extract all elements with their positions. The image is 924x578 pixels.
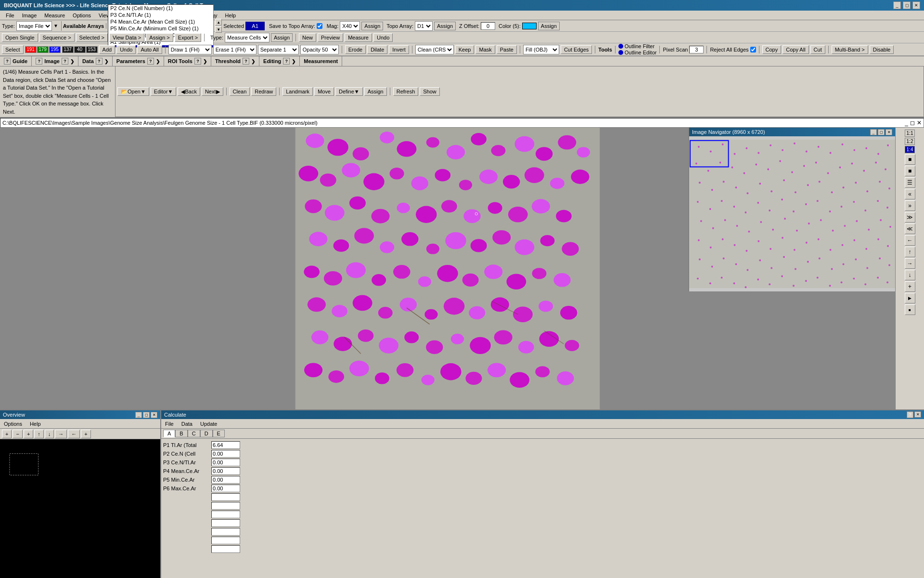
clean-btn[interactable]: Clean (230, 87, 250, 96)
copy-all-btn[interactable]: Copy All (783, 45, 808, 54)
array-item-3[interactable]: P5 Min.Ce.Ar (Minimum Cell Size) (1) (108, 25, 213, 32)
image-question2[interactable]: ? (62, 58, 68, 65)
calc-input-7[interactable] (211, 502, 240, 510)
overview-restore[interactable]: ◻ (143, 412, 150, 418)
paste-button[interactable]: Paste (497, 45, 517, 54)
data-question[interactable]: ? (96, 58, 103, 65)
overview-options[interactable]: Options (2, 421, 24, 427)
undo-button[interactable]: Undo (116, 45, 136, 54)
opacity-select[interactable]: Opacity 50 (300, 45, 339, 54)
erase-select[interactable]: Erase 1 (FH) (213, 45, 257, 54)
nav-square-2[interactable]: ■ (905, 166, 915, 176)
next-btn[interactable]: Next ▶ (202, 87, 223, 96)
type-select[interactable]: Image File (16, 21, 52, 31)
array-item-1[interactable]: P3 Ce.N/Tl.Ar (1) (108, 12, 213, 18)
menu-measure[interactable]: Measure (40, 12, 69, 19)
assign-data-button[interactable]: Assign > (146, 33, 173, 42)
scroll-down[interactable]: ▼ (215, 26, 222, 33)
redraw-btn[interactable]: Redraw (251, 87, 276, 96)
guide-question[interactable]: ? (4, 58, 11, 65)
multi-band-btn[interactable]: Multi-Band > (832, 45, 868, 54)
auto-all-button[interactable]: Auto All (137, 45, 162, 54)
refresh-btn[interactable]: Refresh (393, 87, 419, 96)
nav-up-arrow[interactable]: ↑ (905, 247, 915, 257)
mask-button[interactable]: Mask (475, 45, 495, 54)
scroll-up[interactable]: ▲ (215, 19, 222, 26)
type2-assign-button[interactable]: Assign (271, 33, 293, 42)
menu-image[interactable]: Image (18, 12, 41, 19)
restore-button[interactable]: ◻ (903, 1, 911, 9)
cut-btn[interactable]: Cut (810, 45, 825, 54)
calc-file[interactable]: File (163, 421, 176, 427)
zoom-level-indicator[interactable]: 1:1 (905, 130, 915, 137)
array-item-2[interactable]: P4 Mean.Ce.Ar (Mean Cell Size) (1) (108, 18, 213, 25)
calc-tab-d[interactable]: D (200, 430, 213, 437)
invert-button[interactable]: Invert (389, 45, 409, 54)
nav-left-arrows[interactable]: « (905, 189, 915, 199)
menu-help[interactable]: Help (221, 12, 240, 19)
mag-assign-button[interactable]: Assign (361, 22, 383, 30)
calc-tab-e[interactable]: E (213, 430, 225, 437)
ov-btn-up[interactable]: ↑ (34, 430, 44, 438)
clean-select[interactable]: Clean (CRS) (415, 45, 454, 54)
menu-options[interactable]: Options (69, 12, 95, 19)
ov-btn-expand[interactable]: + (81, 430, 90, 438)
zoom-1-2[interactable]: 1:2 (905, 138, 915, 145)
path-restore[interactable]: ◻ (910, 119, 915, 126)
undo-editing-button[interactable]: Undo (373, 33, 393, 42)
nav-lines[interactable]: ☰ (905, 177, 915, 188)
overview-close[interactable]: ✕ (151, 412, 157, 418)
calc-input-1[interactable] (211, 450, 240, 458)
export-button[interactable]: Export > (175, 33, 201, 42)
add-button[interactable]: Add (99, 45, 116, 54)
nav-restore-btn[interactable]: ◻ (878, 129, 885, 135)
ov-btn-cross[interactable]: + (24, 430, 33, 438)
calc-input-0[interactable] (211, 441, 240, 449)
nav-square-1[interactable]: ■ (905, 154, 915, 165)
calc-input-11[interactable] (211, 537, 240, 544)
calc-input-5[interactable] (211, 485, 240, 492)
nav-down-arrows2[interactable]: ≪ (905, 223, 915, 234)
cut-edges-button[interactable]: Cut Edges (561, 45, 592, 54)
ov-btn-right[interactable]: → (55, 430, 67, 438)
path-close[interactable]: ✕ (917, 119, 922, 126)
calc-input-3[interactable] (211, 467, 240, 475)
nav-extra[interactable]: ■ (905, 304, 915, 315)
calc-tab-b[interactable]: B (175, 430, 187, 437)
separate-select[interactable]: Separate 1 (258, 45, 299, 54)
dilate-button[interactable]: Dilate (367, 45, 387, 54)
params-question[interactable]: ? (147, 58, 154, 65)
new-button[interactable]: New (299, 33, 316, 42)
calc-input-6[interactable] (211, 493, 240, 501)
nav-close-btn[interactable]: ✕ (886, 129, 892, 135)
move-btn[interactable]: Move (314, 87, 334, 96)
calc-tab-a[interactable]: A (163, 430, 175, 437)
close-button[interactable]: ✕ (912, 1, 920, 9)
sequence-button[interactable]: Sequence > (39, 33, 75, 42)
ov-btn-plus[interactable]: + (2, 430, 12, 438)
ov-btn-down[interactable]: ↓ (45, 430, 54, 438)
define-btn[interactable]: Define ▼ (335, 87, 363, 96)
color-swatch[interactable] (522, 23, 537, 29)
editing-question[interactable]: ? (283, 58, 290, 65)
image-question[interactable]: ? (36, 58, 42, 65)
zoom-1-4-active[interactable]: 1:4 (905, 146, 915, 153)
menu-file[interactable]: File (2, 12, 18, 19)
nav-zoom-out[interactable]: ▶ (905, 293, 915, 303)
calc-input-4[interactable] (211, 476, 240, 484)
erode-button[interactable]: Erode (345, 45, 366, 54)
calc-help[interactable]: ? (907, 411, 913, 418)
calc-input-8[interactable] (211, 511, 240, 518)
show-btn[interactable]: Show (420, 87, 440, 96)
ov-btn-minus[interactable]: − (13, 430, 22, 438)
pixel-scan-value[interactable]: 3 (689, 46, 704, 53)
landmark-btn[interactable]: Landmark (282, 87, 313, 96)
nav-down-arrow[interactable]: ↓ (905, 270, 915, 280)
nav-minimize-btn[interactable]: _ (870, 129, 877, 135)
editor-btn[interactable]: Editor ▼ (151, 87, 177, 96)
overview-minimize[interactable]: _ (135, 412, 142, 418)
path-minimize[interactable]: _ (905, 119, 908, 126)
ov-btn-left[interactable]: ← (68, 430, 80, 438)
array-item-0[interactable]: P2 Ce.N (Cell Number) (1) (108, 5, 213, 12)
disable-btn[interactable]: Disable (870, 45, 894, 54)
